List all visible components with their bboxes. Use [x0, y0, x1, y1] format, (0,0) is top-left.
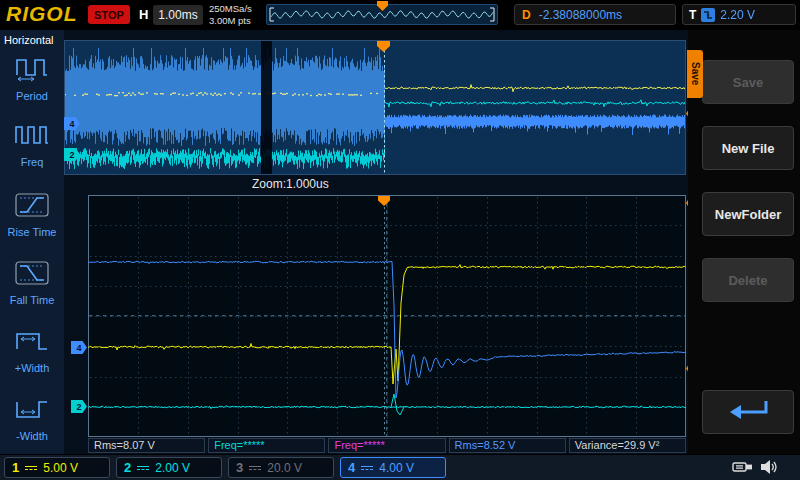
sidebar-item-freq[interactable]: Freq — [0, 122, 64, 168]
measurement-freq-ch3: Freq=***** — [328, 438, 445, 453]
channel-scale: 4.00 V — [379, 461, 414, 475]
measurement-rms-ch1: Rms=8.07 V — [88, 438, 205, 453]
top-status-bar: RIGOL STOP H 1.00ms 250MSa/s 3.00M pts D… — [0, 0, 800, 30]
sidebar-item-label: Fall Time — [10, 294, 55, 306]
sidebar-item-label: Period — [16, 90, 48, 102]
usb-icon — [732, 460, 754, 478]
dc-coupling-icon — [25, 466, 37, 470]
rigol-logo: RIGOL — [6, 2, 78, 26]
measurement-variance: Variance=29.9 V² — [569, 438, 686, 453]
rise-time-icon — [14, 192, 50, 222]
sidebar-item-label: +Width — [15, 362, 50, 374]
main-waveform-display — [64, 40, 686, 175]
right-menu: Save New File NewFolder Delete — [688, 30, 800, 454]
trigger-label: T — [689, 8, 696, 22]
sidebar-item-rise-time[interactable]: Rise Time — [0, 192, 64, 238]
sidebar-item-fall-time[interactable]: Fall Time — [0, 260, 64, 306]
trigger-edge-icon — [701, 8, 715, 22]
sidebar-item-label: Rise Time — [8, 226, 57, 238]
back-button[interactable] — [702, 390, 794, 434]
sample-rate: 250MSa/s — [209, 3, 252, 15]
channel-1-status[interactable]: 1 5.00 V — [4, 457, 110, 478]
zoom-scale-label: Zoom:1.000us — [252, 177, 329, 191]
sidebar-item-label: Freq — [21, 156, 44, 168]
trigger-readout[interactable]: T 2.20 V — [682, 4, 796, 25]
delay-readout[interactable]: D -2.38088000ms — [514, 4, 676, 25]
timebase-value[interactable]: 1.00ms — [153, 5, 203, 25]
menu-tab-save: Save — [687, 50, 703, 98]
return-arrow-icon — [720, 398, 776, 427]
trigger-level-value: 2.20 V — [720, 8, 755, 22]
fall-time-icon — [14, 260, 50, 290]
period-icon — [14, 56, 50, 86]
acquisition-info: 250MSa/s 3.00M pts — [209, 3, 252, 27]
delete-button[interactable]: Delete — [702, 258, 794, 302]
oscilloscope-screen: RIGOL STOP H 1.00ms 250MSa/s 3.00M pts D… — [0, 0, 800, 480]
dc-coupling-icon — [361, 466, 373, 470]
new-file-button[interactable]: New File — [702, 126, 794, 170]
sidebar-item-minus-width[interactable]: -Width — [0, 396, 64, 442]
measurement-freq-ch2: Freq=***** — [208, 438, 325, 453]
delay-label: D — [522, 8, 531, 22]
dc-coupling-icon — [249, 466, 261, 470]
channel-scale: 5.00 V — [43, 461, 78, 475]
left-menu-horizontal: Horizontal Period Freq Rise Time Fall Ti… — [0, 30, 64, 454]
channel-number: 3 — [236, 460, 243, 475]
sidebar-item-period[interactable]: Period — [0, 56, 64, 102]
channel-status-bar: 1 5.00 V 2 2.00 V 3 20.0 V 4 4.00 V — [0, 454, 800, 480]
save-button[interactable]: Save — [702, 60, 794, 104]
delay-value: -2.38088000ms — [539, 8, 622, 22]
channel-number: 1 — [12, 460, 19, 475]
dc-coupling-icon — [137, 466, 149, 470]
memory-depth: 3.00M pts — [209, 15, 252, 27]
channel-4-status[interactable]: 4 4.00 V — [340, 457, 446, 478]
channel-2-status[interactable]: 2 2.00 V — [116, 457, 222, 478]
channel-3-status[interactable]: 3 20.0 V — [228, 457, 334, 478]
plus-width-icon — [14, 328, 50, 358]
measurement-rms-ch4: Rms=8.52 V — [449, 438, 566, 453]
channel-scale: 20.0 V — [267, 461, 302, 475]
minus-width-icon — [14, 396, 50, 426]
channel-scale: 2.00 V — [155, 461, 190, 475]
sidebar-item-plus-width[interactable]: +Width — [0, 328, 64, 374]
measurement-bar: Rms=8.07 V Freq=***** Freq=***** Rms=8.5… — [88, 438, 686, 453]
channel-number: 4 — [348, 460, 355, 475]
zoom-waveform-display — [88, 195, 686, 437]
freq-icon — [14, 122, 50, 152]
run-state-badge[interactable]: STOP — [88, 5, 130, 24]
sidebar-item-label: -Width — [16, 430, 48, 442]
left-menu-title: Horizontal — [4, 34, 54, 46]
new-folder-button[interactable]: NewFolder — [702, 192, 794, 236]
horizontal-system-label: H — [139, 7, 148, 22]
channel-number: 2 — [124, 460, 131, 475]
speaker-icon — [760, 459, 778, 479]
